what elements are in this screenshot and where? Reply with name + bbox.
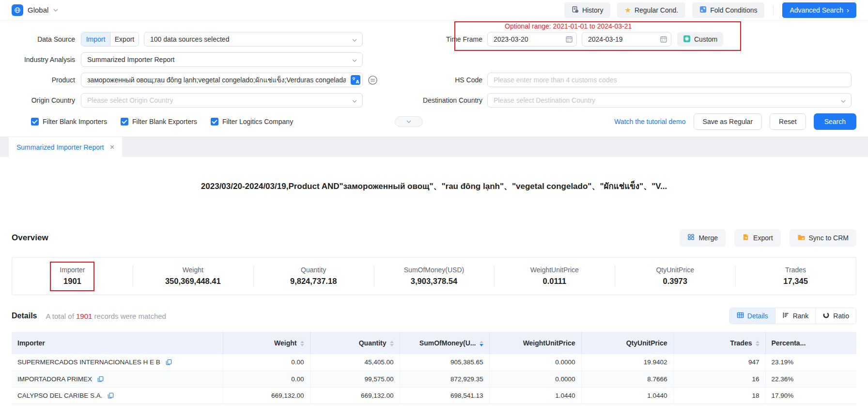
translate-badge-icon[interactable]: A [351, 75, 360, 86]
search-filter-panel: Optional range: 2021-01-01 to 2024-03-21… [0, 20, 868, 137]
col-header-sumofmoneyu[interactable]: SumOfMoney(U... [400, 332, 489, 354]
data-cell: 1.0440 [581, 387, 673, 404]
tab-rank-view[interactable]: Rank [775, 308, 816, 324]
donut-chart-icon [822, 312, 830, 320]
regular-cond-button[interactable]: ★ Regular Cond. [617, 2, 685, 18]
overview-heading: Overview [12, 233, 48, 243]
result-tabbar: Summarized Importer Report × [0, 137, 868, 157]
annotation-optional-range: Optional range: 2021-01-01 to 2024-03-21 [505, 22, 632, 30]
svg-text:A: A [356, 79, 359, 84]
col-header-qtyunitprice: QtyUnitPrice [581, 332, 673, 354]
col-header-quantity[interactable]: Quantity [310, 332, 400, 354]
origin-country-label: Origin Country [12, 96, 75, 104]
data-cell: 872,929.35 [400, 371, 489, 387]
col-header-importer: Importer [12, 332, 223, 354]
tab-details-view[interactable]: Details [730, 308, 775, 324]
calendar-icon[interactable] [660, 35, 667, 45]
importer-cell: CALYPSO DEL CARIBE S.A. [12, 387, 223, 404]
stat-label: Trades [785, 266, 806, 274]
custom-range-button[interactable]: Custom [677, 32, 723, 47]
col-header-weightunitprice: WeightUnitPrice [489, 332, 581, 354]
checkbox-checked-icon [31, 118, 39, 125]
hs-code-label: HS Code [405, 76, 487, 84]
export-button[interactable]: Export [734, 229, 780, 247]
globe-icon [12, 4, 23, 16]
table-row: CALYPSO DEL CARIBE S.A. 669,132.00669,13… [12, 387, 856, 404]
stat-cell: Trades 17,345 [735, 262, 856, 291]
industry-analysis-label: Industry Analysis [12, 56, 75, 63]
stat-value: 1901 [63, 277, 81, 286]
industry-analysis-select[interactable]: Summarized Importer Report [81, 52, 363, 67]
importer-cell: IMPORTADORA PRIMEX [12, 371, 223, 387]
report-summary-title: 2023/03/20-2024/03/19,Product AND"заморо… [12, 179, 856, 192]
rank-bars-icon [782, 312, 790, 320]
sort-carets-icon [390, 341, 394, 346]
advanced-search-button[interactable]: Advanced Search › [782, 2, 856, 18]
translate-toggle-icon[interactable] [368, 75, 378, 85]
export-tab[interactable]: Export [110, 32, 139, 46]
start-date-input[interactable] [487, 32, 577, 47]
importer-name[interactable]: CALYPSO DEL CARIBE S.A. [17, 392, 103, 399]
collapse-conditions-button[interactable] [395, 116, 423, 127]
destination-country-select[interactable]: Please select Destination Country [487, 93, 852, 108]
data-cell: 17.90% [765, 387, 856, 404]
save-as-regular-button[interactable]: Save as Regular [694, 113, 762, 130]
stat-value: 0.0111 [543, 277, 567, 286]
tab-ratio-view[interactable]: Ratio [815, 308, 856, 324]
data-cell: 0.0000 [489, 371, 581, 387]
stat-cell: Importer 1901 [12, 262, 133, 291]
hs-code-input[interactable] [487, 73, 852, 87]
data-sources-select[interactable]: 100 data sources selected [144, 32, 363, 47]
data-source-label: Data Source [12, 35, 75, 43]
stat-label: Importer [60, 266, 85, 274]
sync-to-crm-button[interactable]: Sync to CRM [790, 229, 856, 247]
chevron-down-icon [352, 98, 357, 106]
end-date-input[interactable] [582, 32, 671, 47]
filter-checkbox[interactable]: Filter Logitics Company [211, 118, 293, 125]
sort-carets-icon [756, 341, 760, 346]
close-icon[interactable]: × [110, 143, 115, 151]
importer-name[interactable]: SUPERMERCADOS INTERNACIONALES H E B [17, 359, 160, 366]
data-cell: 0.0000 [489, 354, 581, 371]
tutorial-link[interactable]: Watch the tutorial demo [614, 118, 685, 125]
region-selector[interactable]: Global [12, 4, 59, 16]
checkbox-checked-icon [121, 118, 128, 125]
stat-label: WeightUnitPrice [530, 266, 579, 274]
tab-summarized-importer-report[interactable]: Summarized Importer Report × [9, 137, 122, 157]
overview-stats: Importer 1901 Weight 350,369,448.41 Quan… [12, 257, 856, 295]
search-button[interactable]: Search [814, 113, 856, 130]
filter-checkbox[interactable]: Filter Blank Importers [31, 118, 107, 125]
data-cell: 23.19% [765, 354, 856, 371]
copy-icon[interactable] [166, 359, 172, 365]
filter-checkbox[interactable]: Filter Blank Exporters [121, 118, 197, 125]
reset-button[interactable]: Reset [770, 113, 806, 130]
fold-conditions-button[interactable]: Fold Conditions [692, 2, 764, 18]
data-cell: 45,405.00 [310, 354, 400, 371]
sync-crm-icon [797, 234, 805, 243]
col-header-weight[interactable]: Weight [223, 332, 310, 354]
merge-button[interactable]: Merge [680, 229, 726, 247]
import-tab[interactable]: Import [81, 32, 110, 46]
data-cell: 698,541.13 [400, 387, 489, 404]
stat-cell: SumOfMoney(USD) 3,903,378.54 [374, 262, 495, 291]
chevron-right-icon: › [847, 6, 849, 14]
records-matched-text: A total of 1901 records were matched [46, 312, 166, 320]
sort-carets-icon [480, 341, 483, 346]
importer-name[interactable]: IMPORTADORA PRIMEX [17, 375, 92, 383]
origin-country-select[interactable]: Please select Origin Country [81, 93, 363, 108]
copy-icon[interactable] [97, 376, 104, 382]
stat-value: 17,345 [783, 277, 807, 286]
data-cell: 22.36% [765, 371, 856, 387]
stat-value: 9,824,737.18 [290, 277, 337, 286]
time-frame-label: Time Frame [405, 35, 487, 43]
data-cell: 8.7666 [581, 371, 673, 387]
calendar-icon[interactable] [565, 35, 573, 45]
history-button[interactable]: History [564, 2, 611, 18]
table-body: SUPERMERCADOS INTERNACIONALES H E B 0.00… [12, 354, 856, 404]
export-icon [742, 234, 749, 242]
table-header-row: ImporterWeightQuantitySumOfMoney(U...Wei… [12, 332, 856, 354]
copy-icon[interactable] [108, 392, 114, 399]
col-header-trades[interactable]: Trades [673, 332, 765, 354]
data-cell: 1.0440 [489, 387, 581, 404]
product-input[interactable] [81, 73, 363, 87]
